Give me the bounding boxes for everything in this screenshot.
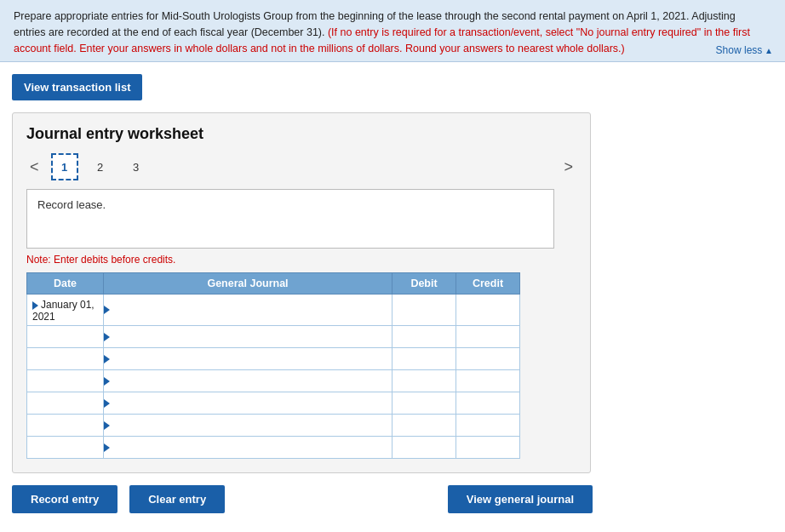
credit-input-1[interactable] <box>456 326 519 347</box>
debit-cell-6[interactable] <box>392 437 456 459</box>
worksheet-container: Journal entry worksheet < 1 2 3 > Record… <box>12 112 591 473</box>
debit-input-4[interactable] <box>392 392 456 414</box>
credit-cell-4[interactable] <box>456 392 520 415</box>
journal-cell-4[interactable] <box>104 392 392 415</box>
journal-table: Date General Journal Debit Credit Januar… <box>26 272 520 459</box>
header-date: Date <box>27 273 104 295</box>
record-entry-button[interactable]: Record entry <box>12 485 117 513</box>
journal-cell-5[interactable] <box>104 415 392 437</box>
show-less-link[interactable]: Show less ▲ <box>716 44 773 56</box>
journal-input-6[interactable] <box>112 437 392 458</box>
debit-cell-4[interactable] <box>392 392 456 415</box>
journal-input-2[interactable] <box>112 348 392 369</box>
journal-input-5[interactable] <box>112 415 392 436</box>
worksheet-title: Journal entry worksheet <box>26 125 576 143</box>
credit-input-4[interactable] <box>456 392 519 414</box>
journal-row-indicator-icon-3 <box>104 377 110 386</box>
journal-row-indicator-icon-2 <box>104 355 110 363</box>
table-row <box>27 370 520 392</box>
header-journal: General Journal <box>104 273 392 295</box>
journal-row-indicator-icon-0 <box>104 306 110 314</box>
credit-input-3[interactable] <box>456 370 519 392</box>
table-row: January 01,2021 <box>27 295 520 326</box>
show-less-arrow-icon: ▲ <box>762 46 773 55</box>
journal-cell-3[interactable] <box>104 370 392 392</box>
credit-input-5[interactable] <box>456 415 519 436</box>
date-cell-6 <box>27 437 104 459</box>
journal-input-3[interactable] <box>112 370 392 392</box>
journal-row-indicator-icon-4 <box>104 399 110 408</box>
instruction-bar: Prepare appropriate entries for Mid-Sout… <box>0 0 785 62</box>
table-header-row: Date General Journal Debit Credit <box>27 273 520 295</box>
description-text: Record lease. <box>37 198 106 211</box>
credit-cell-6[interactable] <box>456 437 520 459</box>
credit-input-6[interactable] <box>456 437 519 458</box>
debit-input-3[interactable] <box>392 370 456 392</box>
journal-cell-0[interactable] <box>104 295 392 326</box>
credit-cell-5[interactable] <box>456 415 520 437</box>
debit-input-1[interactable] <box>392 326 456 347</box>
journal-input-4[interactable] <box>112 392 392 414</box>
header-credit: Credit <box>456 273 520 295</box>
table-row <box>27 415 520 437</box>
table-row <box>27 326 520 348</box>
credit-input-2[interactable] <box>456 348 519 369</box>
date-cell-4 <box>27 392 104 415</box>
debit-input-6[interactable] <box>392 437 456 458</box>
debit-cell-5[interactable] <box>392 415 456 437</box>
credit-cell-1[interactable] <box>456 326 520 348</box>
journal-row-indicator-icon-5 <box>104 421 110 430</box>
journal-row-indicator-icon-6 <box>104 443 110 452</box>
table-row <box>27 392 520 415</box>
journal-input-1[interactable] <box>112 326 392 347</box>
page-button-1[interactable]: 1 <box>51 153 78 180</box>
debit-input-0[interactable] <box>392 295 456 325</box>
journal-cell-1[interactable] <box>104 326 392 348</box>
date-cell-1 <box>27 326 104 348</box>
debit-cell-2[interactable] <box>392 348 456 370</box>
page-button-3[interactable]: 3 <box>123 153 150 180</box>
table-row <box>27 437 520 459</box>
instruction-text: Prepare appropriate entries for Mid-Sout… <box>14 9 754 56</box>
date-cell-0: January 01,2021 <box>27 295 104 326</box>
journal-cell-6[interactable] <box>104 437 392 459</box>
description-box: Record lease. <box>26 189 554 249</box>
show-less-label: Show less <box>716 44 763 56</box>
view-transaction-button[interactable]: View transaction list <box>12 74 142 100</box>
debit-input-2[interactable] <box>392 348 456 369</box>
view-general-journal-button[interactable]: View general journal <box>448 485 593 513</box>
credit-cell-3[interactable] <box>456 370 520 392</box>
date-text-0: January 01, <box>41 299 95 311</box>
credit-input-0[interactable] <box>456 295 519 325</box>
date-text2-0: 2021 <box>32 311 55 323</box>
journal-row-indicator-icon-1 <box>104 333 110 341</box>
nav-right-arrow[interactable]: > <box>560 158 576 176</box>
credit-cell-2[interactable] <box>456 348 520 370</box>
clear-entry-button[interactable]: Clear entry <box>129 485 225 513</box>
journal-input-0[interactable] <box>112 295 392 325</box>
debit-cell-3[interactable] <box>392 370 456 392</box>
header-debit: Debit <box>392 273 456 295</box>
page-button-2[interactable]: 2 <box>87 153 114 180</box>
date-cell-3 <box>27 370 104 392</box>
page-navigation: < 1 2 3 > <box>26 153 576 180</box>
date-cell-5 <box>27 415 104 437</box>
table-row <box>27 348 520 370</box>
row-indicator-icon <box>32 301 38 310</box>
debit-cell-0[interactable] <box>392 295 456 326</box>
note-text: Note: Enter debits before credits. <box>26 254 576 266</box>
credit-cell-0[interactable] <box>456 295 520 326</box>
bottom-buttons: Record entry Clear entry View general jo… <box>0 485 605 513</box>
nav-left-arrow[interactable]: < <box>26 158 43 176</box>
debit-input-5[interactable] <box>392 415 456 436</box>
date-cell-2 <box>27 348 104 370</box>
debit-cell-1[interactable] <box>392 326 456 348</box>
journal-cell-2[interactable] <box>104 348 392 370</box>
